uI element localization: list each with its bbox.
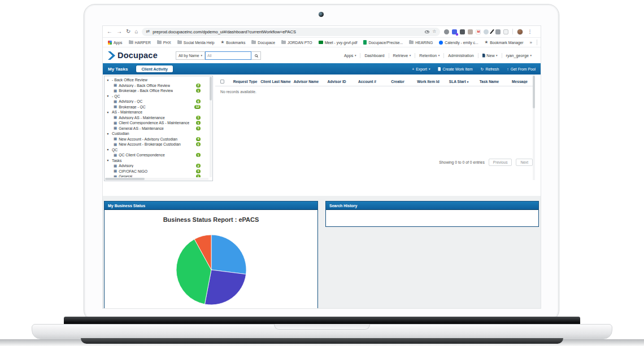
forward-icon[interactable]: → xyxy=(116,29,122,34)
column-header-task-name[interactable]: Task Name xyxy=(474,80,504,84)
count-badge: 1 xyxy=(196,174,201,177)
browser-menu-icon[interactable]: ⋮ xyxy=(527,29,532,34)
tab-client-activity[interactable]: Client Activity xyxy=(136,65,172,72)
url-text[interactable]: preprod.docupaceinc.com/dpdemo_ui#/dashb… xyxy=(153,29,422,34)
home-icon[interactable]: ⌂ xyxy=(134,29,138,34)
tree-horizontal-scrollbar[interactable] xyxy=(105,178,208,180)
task-tree: ▾- Back Office Review▦Advisory - Back Of… xyxy=(106,77,208,177)
extension-dark-icon[interactable] xyxy=(460,29,465,34)
site-info-icon[interactable]: ⇄ xyxy=(146,29,150,34)
tree-item-qc-client-correspondence[interactable]: ▦QC Client Correspondence1 xyxy=(106,152,208,158)
tree-group-qc[interactable]: ▾QC xyxy=(106,147,208,153)
tree-item-new-account-advisory-custodian[interactable]: ▦New Account - Advisory Custodian4 xyxy=(106,137,208,142)
column-header-message[interactable]: Message xyxy=(504,80,535,84)
bookmark-docupace-precise[interactable]: Docupace/Precise... xyxy=(363,40,403,45)
work-item-toolbar: +Export▾Create Work Item↻Refresh↑Get Fro… xyxy=(412,67,536,71)
bookmark-meet-yvy-gxvf-pdf[interactable]: Meet - yvy-gxvf-pdf xyxy=(319,41,358,45)
tree-vertical-scrollbar[interactable] xyxy=(210,77,212,177)
nav-item-retrieve[interactable]: Retrieve▾ xyxy=(389,53,415,58)
cloud-extension-icon[interactable] xyxy=(484,29,489,34)
tree-item-advisory-as-maintenance[interactable]: ▦Advisory AS - Maintenance1 xyxy=(106,115,208,121)
bookmark-bookmarks[interactable]: ★Bookmarks xyxy=(221,40,246,45)
column-header-work-item-id[interactable]: Work Item Id xyxy=(413,80,443,84)
toolbar-label: Refresh xyxy=(485,67,499,71)
bookmark-docupace[interactable]: Docupace xyxy=(251,41,275,45)
tree-item-new-account-brokerage-custodian[interactable]: ▦New Account - Brokerage Custodian6 xyxy=(106,142,208,147)
extension-tan-icon[interactable] xyxy=(468,29,473,34)
tree-item-general[interactable]: ▦General1 xyxy=(106,174,208,177)
toolbar-refresh-button[interactable]: ↻Refresh xyxy=(481,67,499,71)
nav-item-apps[interactable]: Apps▾ xyxy=(340,53,360,58)
tree-item-brokerage-qc[interactable]: ▦Brokerage - QC12 xyxy=(106,104,208,110)
tab-my-tasks[interactable]: My Tasks xyxy=(108,67,128,72)
nav-item-new[interactable]: New▾ xyxy=(478,53,502,58)
toolbar-label: Export xyxy=(416,67,427,71)
search-history-title: Search History xyxy=(329,204,357,208)
grid-icon: ▦ xyxy=(114,164,117,168)
column-header-creator[interactable]: Creator xyxy=(382,80,413,84)
pen-icon[interactable] xyxy=(490,29,494,34)
tree-item-advisory-qc[interactable]: ▦Advisory - QC6 xyxy=(106,99,208,104)
bookmark-calendly-emily-c[interactable]: Calendly - emily c... xyxy=(439,41,478,45)
nav-item-retention[interactable]: Retention▾ xyxy=(415,53,443,58)
column-header-account[interactable]: Account # xyxy=(352,80,382,84)
count-badge: 1 xyxy=(196,153,201,157)
bookmark-hearing[interactable]: HEARING xyxy=(409,41,433,45)
nav-item-dashboard[interactable]: Dashboard xyxy=(360,53,388,58)
nav-item-ryan-george[interactable]: ryan_george▾ xyxy=(502,53,536,58)
search-button[interactable] xyxy=(251,51,261,60)
toolbar-label: Create Work Item xyxy=(442,67,472,71)
search-history-panel: Search History xyxy=(325,201,539,227)
bookmark-bookmark-manager[interactable]: ★Bookmark Manager xyxy=(485,40,524,45)
toolbar-get-from-pool-button[interactable]: ↑Get From Pool xyxy=(507,67,536,71)
tree-item-general-as-maintenance[interactable]: ▦General AS - Maintenance1 xyxy=(106,126,208,132)
extensions-puzzle-icon[interactable] xyxy=(503,29,508,34)
tree-group-custodian[interactable]: ▾Custodian xyxy=(106,131,208,137)
address-bar[interactable]: ⇄ preprod.docupaceinc.com/dpdemo_ui#/das… xyxy=(142,28,440,36)
tree-group-back-office-review[interactable]: ▾- Back Office Review xyxy=(106,77,208,83)
tree-item-advisory[interactable]: ▦Advisory2 xyxy=(106,163,208,169)
tree-item-advisory-back-office-review[interactable]: ▦Advisory - Back Office Review2 xyxy=(106,83,208,89)
docupace-logo[interactable]: Docupace xyxy=(108,51,158,60)
toolbar-create-work-item-button[interactable]: Create Work Item xyxy=(438,67,472,71)
reload-icon[interactable]: ↻ xyxy=(126,29,130,34)
password-eye-icon[interactable] xyxy=(425,30,429,33)
my-business-status-header: My Business Status xyxy=(105,202,317,210)
bookmark-harper[interactable]: HARPER xyxy=(129,41,151,45)
docupace-extension-icon[interactable] xyxy=(452,29,457,34)
search-input[interactable] xyxy=(205,51,251,60)
tree-group-tasks[interactable]: ▾Tasks xyxy=(106,158,208,164)
grid-icon: ▦ xyxy=(114,169,117,173)
nav-label: Retention xyxy=(419,53,437,58)
count-badge: 1 xyxy=(196,169,201,173)
bookmark-apps[interactable]: Apps xyxy=(108,41,123,45)
bookmark-star-icon[interactable]: ☆ xyxy=(432,29,436,34)
gmail-icon[interactable]: M xyxy=(476,29,481,34)
next-button[interactable]: Next xyxy=(516,159,533,166)
column-header-client-last-name[interactable]: Client Last Name xyxy=(260,80,291,84)
tree-item-brokerage-back-office-review[interactable]: ▦Brokerage - Back Office Review1 xyxy=(106,88,208,94)
task-tree-panel: ▾- Back Office Review▦Advisory - Back Of… xyxy=(104,76,213,181)
previous-button[interactable]: Previous xyxy=(489,159,512,166)
search-scope-select[interactable]: All by Name ▾ xyxy=(176,51,205,60)
column-header-sla-start[interactable]: SLA Start▾ xyxy=(443,80,474,84)
toolbar-export-button[interactable]: +Export▾ xyxy=(412,67,430,71)
column-header-request-type[interactable]: Request Type xyxy=(230,80,260,84)
bookmark-phx[interactable]: PHX xyxy=(157,41,171,45)
table-vertical-scrollbar[interactable] xyxy=(533,75,535,180)
extension-gear-icon[interactable] xyxy=(444,29,449,34)
bookmark-social-meida-help[interactable]: Social Meida Help xyxy=(177,41,215,45)
column-header-advisor-name[interactable]: Advisor Name xyxy=(291,80,321,84)
bookmarks-overflow-chevron[interactable]: » xyxy=(530,40,532,45)
select-all-checkbox[interactable] xyxy=(220,80,224,84)
column-header-advisor-id[interactable]: Advisor ID xyxy=(321,80,352,84)
tree-group-qc[interactable]: ▾- QC xyxy=(106,94,208,99)
tree-item-cip-ofac-nigo[interactable]: ▦CIP/OFAC NIGO1 xyxy=(106,169,208,174)
tree-item-client-correspondence-as-maintenance[interactable]: ▦Client Correspondence AS - Maintenance1 xyxy=(106,120,208,126)
tree-group-as-maintenance[interactable]: ▾AS - Maintenance xyxy=(106,110,208,115)
bookmark-jordan-pto[interactable]: JORDAN PTO xyxy=(281,41,312,45)
nav-item-administration[interactable]: Administration xyxy=(443,53,478,58)
extension-gray-icon[interactable] xyxy=(495,29,501,34)
profile-avatar[interactable] xyxy=(517,29,523,35)
back-icon[interactable]: ← xyxy=(107,29,112,34)
